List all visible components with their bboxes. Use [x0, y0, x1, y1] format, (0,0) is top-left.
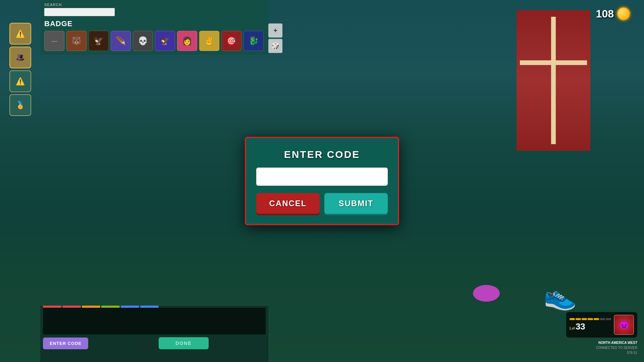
cancel-button[interactable]: CANCEL — [256, 193, 320, 214]
modal-title: ENTER CODE — [284, 149, 360, 160]
modal-buttons: CANCEL SUBMIT — [256, 193, 388, 214]
enter-code-modal: ENTER CODE CANCEL SUBMIT — [245, 137, 399, 225]
code-input[interactable] — [256, 168, 388, 186]
modal-backdrop: ENTER CODE CANCEL SUBMIT — [0, 0, 644, 362]
submit-button[interactable]: SUBMIT — [324, 193, 388, 214]
